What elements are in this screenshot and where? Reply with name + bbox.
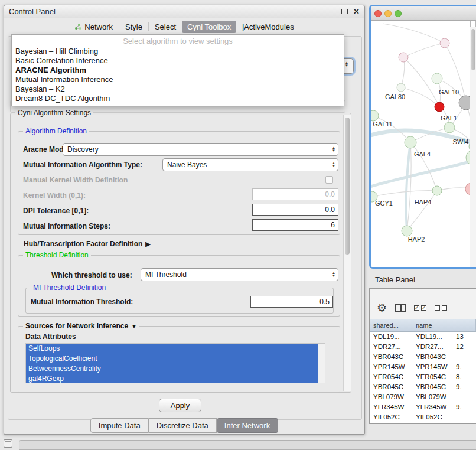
unchecked-pair-icon[interactable] bbox=[435, 305, 447, 311]
network-node[interactable] bbox=[397, 83, 405, 92]
algorithm-popup-list: Bayesian – Hill ClimbingBasic Correlatio… bbox=[12, 47, 344, 103]
table-row[interactable]: YBL079WYBL079W bbox=[370, 392, 476, 402]
table-row[interactable]: YDR27...YDR27...12 bbox=[370, 342, 476, 352]
algorithm-definition-group: Algorithm Definition Aracne Mode: Discov… bbox=[18, 131, 340, 235]
mi-threshold-label: Mutual Information Threshold: bbox=[31, 298, 133, 306]
table-row[interactable]: YBR043CYBR043C bbox=[370, 352, 476, 362]
algorithm-option[interactable]: Bayesian – K2 bbox=[12, 84, 344, 94]
network-node[interactable] bbox=[435, 102, 444, 112]
control-panel-titlebar[interactable]: Control Panel ✕ bbox=[4, 5, 364, 18]
close-window-icon[interactable]: ✕ bbox=[353, 8, 360, 15]
network-node[interactable] bbox=[371, 110, 379, 121]
table-cell: YLR345W bbox=[412, 402, 452, 412]
network-node[interactable] bbox=[402, 226, 412, 236]
algorithm-definition-title: Algorithm Definition bbox=[23, 127, 89, 135]
table-cell: YDR27... bbox=[412, 342, 452, 352]
mi-steps-value: 6 bbox=[331, 221, 335, 229]
tab-impute-data[interactable]: Impute Data bbox=[90, 418, 149, 433]
attributes-list-scrollbar[interactable] bbox=[318, 344, 325, 383]
dpi-tolerance-field[interactable]: 0.0 bbox=[252, 204, 338, 216]
aracne-mode-value: Discovery bbox=[67, 145, 99, 154]
network-canvas-area[interactable]: GAL80GAL10GAL11GAL1SWI4GAL4GCY1HAP4HAP2Y bbox=[371, 21, 476, 267]
close-traffic-light-icon[interactable] bbox=[374, 10, 382, 17]
scrollbar-corner-icon bbox=[470, 21, 476, 27]
network-node[interactable] bbox=[444, 122, 455, 133]
mi-steps-field[interactable]: 6 bbox=[252, 219, 338, 231]
node-label: GAL1 bbox=[441, 115, 457, 122]
column-header-extra[interactable] bbox=[452, 319, 476, 331]
algorithm-option[interactable]: Basic Correlation Inference bbox=[12, 56, 344, 66]
algorithm-option[interactable]: Dream8 DC_TDC Algorithm bbox=[12, 94, 344, 103]
table-cell: YBR043C bbox=[370, 352, 412, 362]
checked-pair-icon[interactable]: ✓✓ bbox=[414, 305, 426, 311]
tab-infer-network[interactable]: Infer Network bbox=[217, 418, 278, 433]
attribute-item[interactable]: SelfLoops bbox=[26, 344, 318, 354]
algorithm-option[interactable]: Mutual Information Inference bbox=[12, 75, 344, 84]
column-header-shared[interactable]: shared... bbox=[370, 319, 412, 331]
table-cell: YBL079W bbox=[412, 392, 452, 402]
table-cell: YER054C bbox=[370, 372, 412, 382]
settings-scrollbar-thumb[interactable] bbox=[345, 118, 350, 255]
collapsed-arrow-icon: ▶ bbox=[145, 240, 150, 247]
collapsed-panel-bar[interactable] bbox=[19, 440, 476, 450]
tab-separator bbox=[148, 22, 149, 31]
combo-arrows-icon: ▲▼ bbox=[332, 162, 338, 168]
table-cell bbox=[452, 392, 476, 402]
sources-toggle[interactable]: Sources for Network Inference▼ bbox=[23, 322, 139, 331]
sources-group: Sources for Network Inference▼ Data Attr… bbox=[18, 326, 340, 393]
network-node[interactable] bbox=[432, 186, 442, 195]
tab-network[interactable]: Network bbox=[69, 21, 118, 33]
tab-label: Select bbox=[155, 22, 176, 31]
network-node[interactable] bbox=[399, 53, 408, 62]
attribute-item[interactable]: TopologicalCoefficient bbox=[26, 354, 318, 364]
table-cell: YBR045C bbox=[370, 382, 412, 392]
tab-discretize-data[interactable]: Discretize Data bbox=[149, 418, 217, 433]
combo-arrows-icon: ▲▼ bbox=[345, 61, 351, 67]
table-cell: YER054C bbox=[412, 372, 452, 382]
tab-style[interactable]: Style bbox=[120, 21, 148, 33]
window-controls: ✕ bbox=[341, 8, 360, 15]
table-row[interactable]: YER054CYER054C8. bbox=[370, 372, 476, 382]
restore-panel-icon[interactable] bbox=[4, 439, 12, 448]
network-node[interactable] bbox=[440, 38, 449, 48]
threshold-definition-title: Threshold Definition bbox=[23, 251, 91, 259]
attribute-item[interactable]: gal4RGexp bbox=[26, 374, 318, 383]
tab-cyni-toolbox[interactable]: Cyni Toolbox bbox=[182, 21, 236, 33]
network-node[interactable] bbox=[432, 73, 442, 84]
settings-scrollbar[interactable] bbox=[343, 115, 351, 391]
algorithm-option[interactable]: ARACNE Algorithm bbox=[12, 66, 344, 75]
table-row[interactable]: YBR045CYBR045C9. bbox=[370, 382, 476, 392]
table-row[interactable]: YIL052CYIL052C bbox=[370, 412, 476, 422]
hub-definition-toggle[interactable]: Hub/Transcription Factor Definition▶ bbox=[24, 240, 151, 248]
network-scrollbar-thumb[interactable] bbox=[471, 29, 475, 70]
settings-group-title: Cyni Algorithm Settings bbox=[15, 109, 93, 117]
network-node[interactable] bbox=[405, 136, 416, 148]
gear-icon[interactable]: ⚙ bbox=[377, 302, 387, 314]
column-header-name[interactable]: name bbox=[412, 319, 452, 331]
kernel-width-field[interactable]: 0.0 bbox=[252, 188, 338, 200]
data-attributes-list[interactable]: SelfLoopsTopologicalCoefficientBetweenne… bbox=[25, 343, 325, 383]
tab-jactivemodules[interactable]: jActiveModules bbox=[237, 21, 299, 33]
table-row[interactable]: YDL19...YDL19...13 bbox=[370, 332, 476, 342]
columns-icon[interactable] bbox=[395, 304, 406, 312]
minimize-traffic-light-icon[interactable] bbox=[384, 10, 392, 17]
attribute-item[interactable]: BetweennessCentrality bbox=[26, 364, 318, 374]
mi-threshold-definition-group: MI Threshold Definition Mutual Informati… bbox=[25, 288, 334, 314]
aracne-mode-combo[interactable]: Discovery ▲▼ bbox=[63, 143, 338, 156]
node-label: GAL80 bbox=[385, 93, 405, 100]
network-scrollbar[interactable] bbox=[470, 21, 476, 267]
manual-kernel-width-checkbox[interactable] bbox=[325, 176, 333, 184]
table-row[interactable]: YPR145WYPR145W9. bbox=[370, 362, 476, 372]
zoom-traffic-light-icon[interactable] bbox=[395, 10, 402, 17]
which-threshold-combo[interactable]: MI Threshold ▲▼ bbox=[141, 268, 338, 281]
mi-algorithm-type-combo[interactable]: Naive Bayes ▲▼ bbox=[162, 158, 338, 171]
combo-arrows-icon: ▲▼ bbox=[332, 146, 338, 152]
algorithm-dropdown-popup: Select algorithm to view settings Bayesi… bbox=[11, 34, 344, 106]
float-window-icon[interactable] bbox=[341, 9, 348, 14]
table-row[interactable]: YLR345WYLR345W9. bbox=[370, 402, 476, 412]
mi-threshold-field[interactable]: 0.5 bbox=[250, 296, 333, 308]
tab-select[interactable]: Select bbox=[149, 21, 181, 33]
network-window-titlebar[interactable] bbox=[371, 6, 476, 21]
apply-button[interactable]: Apply bbox=[159, 399, 201, 412]
algorithm-option[interactable]: Bayesian – Hill Climbing bbox=[12, 47, 344, 56]
